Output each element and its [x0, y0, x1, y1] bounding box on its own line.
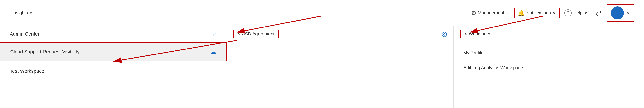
test-workspace-label: Test Workspace [10, 68, 44, 74]
main-content: Admin Center ⌂ Cloud Support Request Vis… [0, 26, 644, 108]
right-panel-header: < Workspaces [454, 26, 644, 42]
eye-icon[interactable]: ◎ [442, 30, 447, 37]
my-profile-item[interactable]: My Profile [460, 45, 638, 60]
help-circle-icon: ? [564, 9, 572, 16]
avatar [611, 6, 624, 19]
notifications-label: Notifications [526, 10, 551, 15]
user-avatar-area[interactable]: ∨ [606, 4, 634, 21]
edit-log-analytics-label: Edit Log Analytics Workspace [463, 65, 523, 70]
panel-item-test-workspace[interactable]: Test Workspace [0, 61, 227, 81]
nav-item-management[interactable]: ⚙ Management ∨ [468, 8, 512, 17]
nav-item-notifications[interactable]: 🔔 Notifications ∨ [514, 7, 560, 18]
bell-icon: 🔔 [518, 10, 524, 16]
home-icon[interactable]: ⌂ [213, 30, 217, 37]
management-label: Management [478, 10, 504, 15]
workspaces-back-nav[interactable]: < Workspaces [460, 30, 498, 38]
edit-log-analytics-item[interactable]: Edit Log Analytics Workspace [460, 60, 638, 75]
right-panel-items: My Profile Edit Log Analytics Workspace [454, 42, 644, 79]
gear-icon: ⚙ [471, 10, 476, 16]
management-chevron-icon: ∨ [506, 10, 509, 15]
my-profile-label: My Profile [463, 50, 484, 55]
nav-right-section: ⚙ Management ∨ 🔔 Notifications ∨ ? Help … [468, 4, 634, 21]
help-chevron-icon: ∨ [584, 10, 588, 15]
asd-agreement-back-nav[interactable]: < ASD Agreement [233, 30, 279, 38]
user-chevron-icon: ∨ [626, 10, 630, 15]
help-label: Help [573, 10, 582, 15]
left-panel: Admin Center ⌂ Cloud Support Request Vis… [0, 26, 227, 108]
nav-item-help[interactable]: ? Help ∨ [561, 8, 591, 18]
asd-back-icon: < [238, 31, 240, 36]
asd-agreement-label: ASD Agreement [242, 31, 274, 36]
middle-panel-header: < ASD Agreement ◎ [227, 26, 454, 42]
cloud-icon: ☁ [210, 48, 216, 55]
panel-item-cloud-support[interactable]: Cloud Support Request Visibility ☁ [0, 42, 227, 61]
middle-panel: < ASD Agreement ◎ [227, 26, 454, 108]
top-nav-bar: Insights ∨ ⚙ Management ∨ 🔔 Notification… [0, 0, 644, 26]
left-panel-header: Admin Center ⌂ [0, 26, 227, 42]
insights-chevron-icon: ∨ [30, 11, 32, 15]
nav-item-user-icon[interactable]: ⇄ [592, 7, 605, 18]
workspaces-label: Workspaces [469, 31, 494, 36]
workspaces-back-icon: < [464, 31, 467, 36]
right-panel: < Workspaces My Profile Edit Log Analyti… [454, 26, 644, 108]
notifications-chevron-icon: ∨ [552, 10, 556, 15]
admin-center-label: Admin Center [10, 31, 210, 37]
user-switch-icon: ⇄ [596, 9, 602, 17]
cloud-support-label: Cloud Support Request Visibility [10, 49, 80, 54]
nav-item-insights[interactable]: Insights ∨ [10, 9, 35, 17]
left-panel-items: Cloud Support Request Visibility ☁ Test … [0, 42, 227, 81]
insights-label: Insights [12, 10, 28, 15]
